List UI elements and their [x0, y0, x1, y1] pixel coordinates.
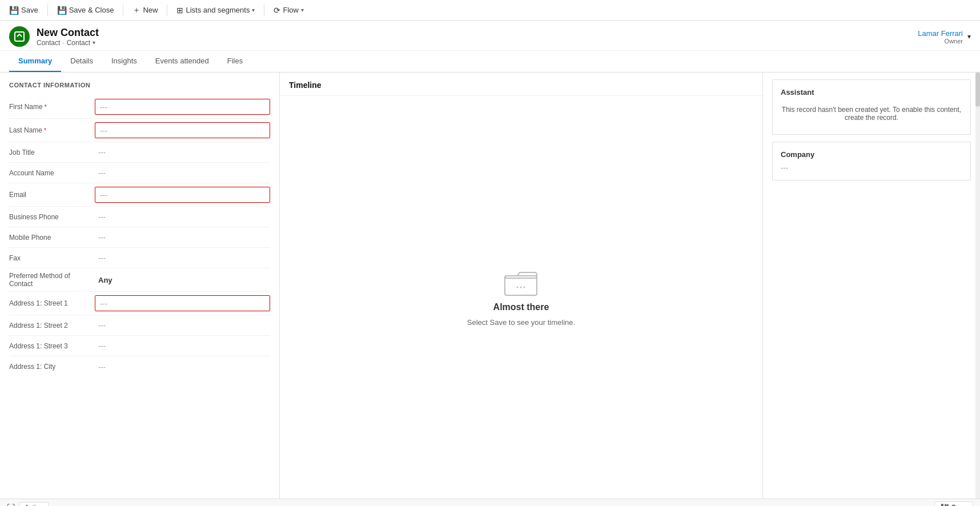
save-button[interactable]: 💾 Save: [5, 3, 43, 17]
timeline-empty-subtitle: Select Save to see your timeline.: [467, 318, 575, 327]
value-preferred-contact[interactable]: Any: [95, 274, 270, 287]
flow-chevron-icon: ▾: [301, 7, 304, 13]
breadcrumb-item-1[interactable]: Contact: [37, 39, 60, 47]
assistant-card: Assistant This record hasn't been create…: [772, 79, 971, 135]
timeline-empty-state: Almost there Select Save to see your tim…: [467, 268, 575, 327]
right-panel: Assistant This record hasn't been create…: [763, 73, 980, 499]
field-row-last-name: Last Name * ---: [9, 119, 270, 142]
timeline-body: Almost there Select Save to see your tim…: [280, 96, 762, 499]
save-icon: 💾: [9, 6, 19, 15]
page-header-left: New Contact Contact · Contact ▾: [9, 26, 99, 47]
page-header: New Contact Contact · Contact ▾ Lamar Fe…: [0, 21, 980, 51]
save-close-button[interactable]: 💾 Save & Close: [53, 3, 119, 17]
tab-summary[interactable]: Summary: [9, 51, 61, 72]
value-job-title[interactable]: ---: [95, 146, 270, 159]
owner-info: Lamar Ferrari Owner: [918, 29, 963, 45]
scrollbar-thumb[interactable]: [975, 73, 980, 107]
scrollbar-track[interactable]: [975, 73, 980, 499]
save-bottom-icon: 💾: [941, 504, 949, 507]
label-job-title: Job Title: [9, 148, 95, 156]
save-close-icon: 💾: [57, 6, 67, 15]
label-email: Email: [9, 191, 95, 199]
label-last-name: Last Name *: [9, 126, 95, 134]
first-name-field-wrapper: ---: [95, 99, 270, 115]
svg-point-4: [524, 287, 525, 288]
new-button[interactable]: ＋ New: [128, 3, 162, 18]
tab-details[interactable]: Details: [61, 51, 102, 72]
breadcrumb: Contact · Contact ▾: [37, 39, 99, 47]
field-row-email: Email ---: [9, 183, 270, 207]
folder-icon: [504, 268, 538, 296]
toolbar-divider-1: [47, 5, 48, 16]
lists-segments-button[interactable]: ⊞ Lists and segments ▾: [172, 3, 259, 17]
label-address-street1: Address 1: Street 1: [9, 299, 95, 307]
breadcrumb-separator: ·: [62, 39, 64, 47]
svg-rect-1: [505, 276, 537, 295]
value-account-name[interactable]: ---: [95, 166, 270, 179]
last-name-field-wrapper: ---: [95, 122, 270, 138]
field-row-job-title: Job Title ---: [9, 142, 270, 163]
page-header-right: Lamar Ferrari Owner ▾: [918, 29, 971, 45]
timeline-empty-title: Almost there: [493, 302, 549, 312]
field-row-preferred-contact: Preferred Method of Contact Any: [9, 268, 270, 292]
value-fax[interactable]: ---: [95, 251, 270, 264]
timeline-header: Timeline: [280, 73, 762, 96]
breadcrumb-item-2[interactable]: Contact: [67, 39, 90, 47]
label-preferred-contact: Preferred Method of Contact: [9, 272, 95, 288]
lists-icon: ⊞: [176, 6, 183, 15]
field-row-mobile-phone: Mobile Phone ---: [9, 227, 270, 248]
field-row-address-city: Address 1: City ---: [9, 356, 270, 377]
toolbar-divider-3: [167, 5, 167, 16]
owner-name[interactable]: Lamar Ferrari: [918, 29, 963, 38]
label-mobile-phone: Mobile Phone: [9, 234, 95, 242]
field-row-address-street2: Address 1: Street 2 ---: [9, 315, 270, 336]
status-left: ⛶ Active: [7, 502, 49, 507]
status-bar: ⛶ Active 💾 Save: [0, 499, 980, 506]
expand-icon[interactable]: ⛶: [7, 503, 15, 507]
address-street1-field[interactable]: ---: [95, 295, 270, 311]
owner-label: Owner: [918, 38, 963, 45]
status-badge: Active: [19, 502, 49, 507]
save-bottom-button[interactable]: 💾 Save: [934, 501, 973, 507]
label-address-city: Address 1: City: [9, 363, 95, 371]
toolbar: 💾 Save 💾 Save & Close ＋ New ⊞ Lists and …: [0, 0, 980, 21]
toolbar-divider-2: [123, 5, 123, 16]
field-row-first-name: First Name * ---: [9, 95, 270, 119]
middle-panel: Timeline Almost there Select Save to see…: [280, 73, 763, 499]
label-fax: Fax: [9, 254, 95, 262]
page-title: New Contact: [37, 27, 99, 39]
value-address-street2[interactable]: ---: [95, 319, 270, 332]
lists-chevron-icon: ▾: [252, 7, 255, 13]
breadcrumb-chevron-icon[interactable]: ▾: [93, 39, 95, 46]
value-mobile-phone[interactable]: ---: [95, 231, 270, 244]
value-business-phone[interactable]: ---: [95, 210, 270, 223]
field-row-address-street3: Address 1: Street 3 ---: [9, 336, 270, 356]
required-star-last-name: *: [44, 127, 46, 134]
value-address-city[interactable]: ---: [95, 360, 270, 374]
first-name-field[interactable]: ---: [95, 99, 270, 115]
header-chevron-icon[interactable]: ▾: [967, 33, 971, 41]
svg-rect-0: [15, 32, 24, 41]
new-icon: ＋: [132, 5, 140, 15]
email-field[interactable]: ---: [95, 187, 270, 203]
address-street1-field-wrapper: ---: [95, 295, 270, 311]
assistant-title: Assistant: [781, 88, 962, 97]
label-first-name: First Name *: [9, 103, 95, 111]
last-name-field[interactable]: ---: [95, 122, 270, 138]
company-card: Company ---: [772, 142, 971, 180]
field-row-address-street1: Address 1: Street 1 ---: [9, 292, 270, 315]
toolbar-divider-4: [264, 5, 264, 16]
tabs: Summary Details Insights Events attended…: [0, 51, 980, 73]
tab-files[interactable]: Files: [218, 51, 252, 72]
company-value[interactable]: ---: [781, 163, 962, 172]
label-business-phone: Business Phone: [9, 213, 95, 221]
tab-insights[interactable]: Insights: [102, 51, 146, 72]
svg-point-3: [520, 287, 522, 288]
label-address-street3: Address 1: Street 3: [9, 342, 95, 350]
flow-button[interactable]: ⟳ Flow ▾: [269, 3, 308, 17]
field-row-business-phone: Business Phone ---: [9, 207, 270, 227]
value-address-street3[interactable]: ---: [95, 339, 270, 352]
app-icon: [9, 26, 30, 47]
tab-events-attended[interactable]: Events attended: [146, 51, 218, 72]
contact-info-title: CONTACT INFORMATION: [9, 82, 270, 89]
